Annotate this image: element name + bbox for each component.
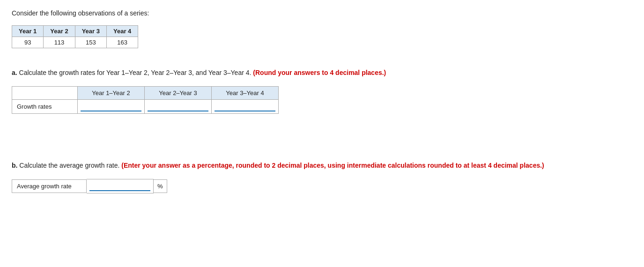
- series-header-year1: Year 1: [12, 26, 44, 37]
- series-header-year2: Year 2: [44, 26, 75, 37]
- growth-col3-header: Year 3–Year 4: [212, 87, 279, 100]
- question-b-text: Calculate the average growth rate.: [17, 162, 121, 169]
- series-value-year2: 113: [44, 37, 75, 48]
- growth-input-cell-2: [145, 100, 212, 114]
- avg-growth-row: Average growth rate %: [12, 179, 632, 193]
- growth-col2-header: Year 2–Year 3: [145, 87, 212, 100]
- series-table: Year 1 Year 2 Year 3 Year 4 93 113 153 1…: [12, 25, 138, 48]
- growth-row-label: Growth rates: [12, 100, 78, 114]
- percent-symbol: %: [154, 179, 167, 193]
- growth-input-2[interactable]: [148, 102, 208, 111]
- question-b-label: b.: [12, 162, 17, 169]
- question-a: a. Calculate the growth rates for Year 1…: [12, 68, 632, 78]
- question-a-text: Calculate the growth rates for Year 1–Ye…: [17, 69, 253, 76]
- avg-growth-input[interactable]: [89, 181, 150, 191]
- intro-text: Consider the following observations of a…: [12, 9, 632, 17]
- question-b-bold: (Enter your answer as a percentage, roun…: [121, 162, 544, 169]
- growth-rates-table: Year 1–Year 2 Year 2–Year 3 Year 3–Year …: [12, 86, 279, 114]
- growth-input-1[interactable]: [81, 102, 141, 111]
- series-value-year4: 163: [106, 37, 138, 48]
- series-value-year1: 93: [12, 37, 44, 48]
- series-header-year3: Year 3: [75, 26, 106, 37]
- section-b: b. Calculate the average growth rate. (E…: [12, 161, 632, 171]
- growth-input-3[interactable]: [215, 102, 275, 111]
- growth-input-cell-1: [78, 100, 145, 114]
- avg-growth-label: Average growth rate: [12, 179, 87, 193]
- growth-empty-header: [12, 87, 78, 100]
- growth-col1-header: Year 1–Year 2: [78, 87, 145, 100]
- growth-input-cell-3: [212, 100, 279, 114]
- question-a-bold: (Round your answers to 4 decimal places.…: [253, 69, 386, 76]
- avg-growth-input-cell: [87, 179, 154, 193]
- series-header-year4: Year 4: [106, 26, 138, 37]
- series-value-year3: 153: [75, 37, 106, 48]
- question-b: b. Calculate the average growth rate. (E…: [12, 161, 632, 171]
- question-a-label: a.: [12, 69, 17, 76]
